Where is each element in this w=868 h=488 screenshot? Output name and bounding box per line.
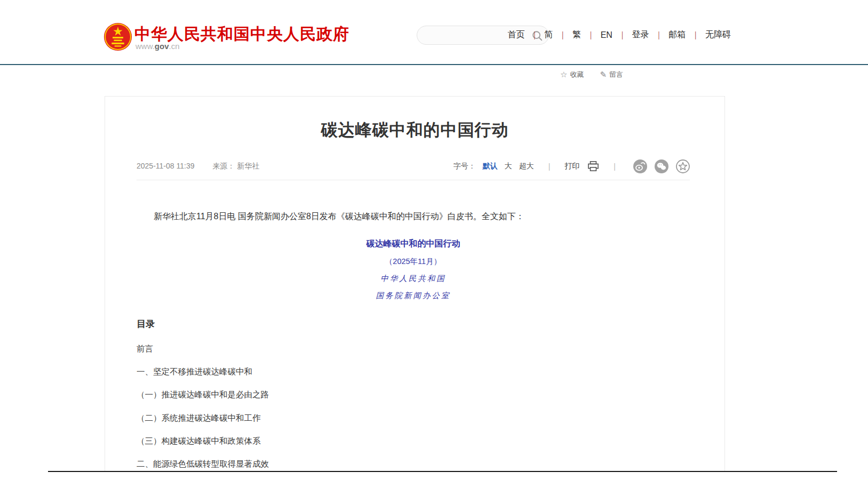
top-nav: 首页 ｜ 简 ｜ 繁 ｜ EN ｜ 登录 ｜ 邮箱 ｜ 无障碍 bbox=[508, 29, 731, 41]
bottom-mask bbox=[0, 472, 868, 488]
quickbar: ☆ 收藏 ✎ 留言 bbox=[560, 70, 623, 79]
nav-item-login[interactable]: 登录 bbox=[632, 29, 649, 41]
font-size-xlarge-button[interactable]: 超大 bbox=[519, 162, 534, 171]
nav-item-home[interactable]: 首页 bbox=[508, 29, 525, 41]
nav-item-english[interactable]: EN bbox=[601, 30, 612, 40]
article-body: 新华社北京11月8日电 国务院新闻办公室8日发布《碳达峰碳中和的中国行动》白皮书… bbox=[105, 211, 724, 488]
share-icons bbox=[633, 159, 690, 173]
toc-item-section1-1: （一）推进碳达峰碳中和是必由之路 bbox=[137, 390, 690, 399]
toc-item-section1-2: （二）系统推进碳达峰碳中和工作 bbox=[137, 414, 690, 422]
toc-item-preface: 前言 bbox=[137, 345, 690, 353]
national-emblem-icon bbox=[103, 22, 132, 51]
article-title: 碳达峰碳中和的中国行动 bbox=[105, 119, 724, 141]
star-icon: ☆ bbox=[560, 70, 567, 79]
font-size-default-button[interactable]: 默认 bbox=[483, 162, 498, 171]
nav-separator: ｜ bbox=[531, 30, 539, 40]
message-label: 留言 bbox=[609, 70, 623, 79]
favorite-label: 收藏 bbox=[570, 70, 584, 79]
print-button[interactable]: 打印 bbox=[564, 162, 579, 171]
favorite-button[interactable]: ☆ 收藏 bbox=[560, 70, 584, 79]
nav-item-simplified[interactable]: 简 bbox=[544, 29, 553, 41]
article-meta-right: 字号： 默认 大 超大 | 打印 | bbox=[453, 159, 690, 173]
message-button[interactable]: ✎ 留言 bbox=[600, 70, 623, 79]
meta-divider bbox=[137, 180, 690, 180]
toc-heading: 目录 bbox=[137, 318, 690, 330]
site-url-cn: .cn bbox=[169, 42, 180, 51]
site-url-gov: gov bbox=[155, 42, 169, 51]
source-value: 新华社 bbox=[237, 162, 259, 170]
wechat-icon[interactable] bbox=[655, 159, 668, 173]
nav-separator: ｜ bbox=[655, 30, 663, 40]
font-size-large-button[interactable]: 大 bbox=[505, 162, 512, 171]
doc-org-line1: 中华人民共和国 bbox=[137, 274, 690, 284]
nav-separator: ｜ bbox=[587, 30, 595, 40]
site-url: www.gov.cn bbox=[136, 42, 180, 51]
header-divider-rule bbox=[0, 64, 868, 65]
article-card: 碳达峰碳中和的中国行动 2025-11-08 11:39 来源： 新华社 字号：… bbox=[105, 96, 725, 488]
nav-item-mail[interactable]: 邮箱 bbox=[668, 29, 686, 41]
page: 中华人民共和国中央人民政府 www.gov.cn 首页 ｜ 简 ｜ 繁 ｜ EN… bbox=[0, 0, 868, 488]
article-date: 2025-11-08 11:39 bbox=[137, 162, 194, 170]
site-header: 中华人民共和国中央人民政府 www.gov.cn 首页 ｜ 简 ｜ 繁 ｜ EN… bbox=[0, 0, 868, 64]
nav-separator: ｜ bbox=[559, 30, 567, 40]
doc-title: 碳达峰碳中和的中国行动 bbox=[137, 238, 690, 250]
toc-item-section2: 二、能源绿色低碳转型取得显著成效 bbox=[137, 460, 690, 468]
article-meta-left: 2025-11-08 11:39 来源： 新华社 bbox=[137, 162, 259, 171]
meta-separator: | bbox=[541, 162, 558, 171]
doc-org-line2: 国务院新闻办公室 bbox=[137, 291, 690, 301]
weibo-icon[interactable] bbox=[633, 159, 647, 173]
nav-separator: ｜ bbox=[618, 30, 626, 40]
toc-item-section1: 一、坚定不移推进碳达峰碳中和 bbox=[137, 367, 690, 376]
toc-item-section1-3: （三）构建碳达峰碳中和政策体系 bbox=[137, 437, 690, 445]
share-star-icon[interactable] bbox=[676, 159, 690, 173]
meta-separator: | bbox=[606, 162, 623, 171]
nav-separator: ｜ bbox=[691, 30, 699, 40]
nav-item-traditional[interactable]: 繁 bbox=[572, 29, 581, 41]
source-label: 来源： bbox=[212, 162, 235, 170]
printer-icon[interactable] bbox=[587, 161, 599, 172]
bottom-rule bbox=[48, 471, 837, 472]
pen-icon: ✎ bbox=[600, 70, 607, 79]
font-size-label: 字号： bbox=[453, 162, 476, 171]
intro-paragraph: 新华社北京11月8日电 国务院新闻办公室8日发布《碳达峰碳中和的中国行动》白皮书… bbox=[137, 211, 690, 222]
site-url-www: www. bbox=[136, 42, 155, 51]
article-meta-row: 2025-11-08 11:39 来源： 新华社 字号： 默认 大 超大 | 打… bbox=[137, 159, 690, 173]
nav-item-accessibility[interactable]: 无障碍 bbox=[705, 29, 731, 41]
doc-date: （2025年11月） bbox=[137, 257, 690, 267]
